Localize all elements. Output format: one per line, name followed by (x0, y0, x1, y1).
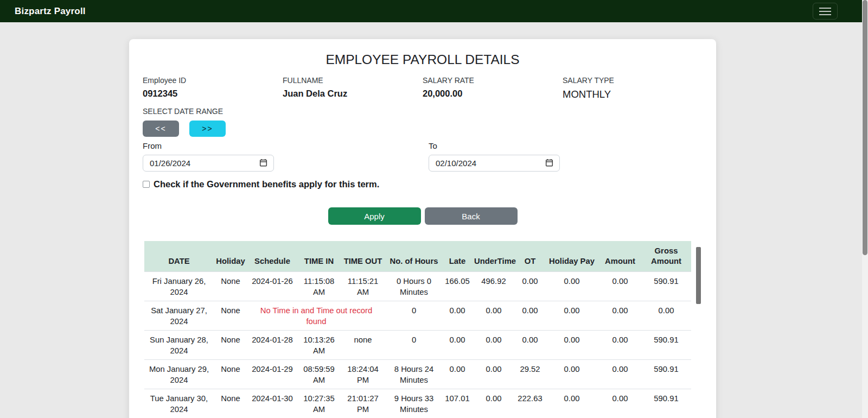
select-date-range-label: SELECT DATE RANGE (143, 107, 703, 116)
page-scrollbar-thumb[interactable] (863, 0, 867, 255)
cell-date: Sun January 28, 2024 (144, 331, 214, 360)
column-header-time-in: TIME IN (297, 241, 341, 272)
cell-holiday: None (214, 272, 247, 301)
hamburger-icon (819, 8, 831, 9)
salary-type-block: SALARY TYPE MONTHLY (563, 76, 703, 100)
cell-holiday_pay: 0.00 (545, 272, 599, 301)
cell-time_in: 11:15:08 AM (297, 272, 341, 301)
cell-time_out: 18:24:04 PM (341, 360, 385, 389)
cell-late: 0.00 (443, 360, 472, 389)
cell-ot: 222.63 (515, 389, 545, 418)
calendar-icon[interactable] (545, 159, 553, 168)
column-header-undertime: UnderTime (472, 241, 515, 272)
salary-type-value: MONTHLY (563, 88, 703, 100)
cell-date: Mon January 29, 2024 (144, 360, 214, 389)
cell-ot: 0.00 (515, 272, 545, 301)
next-range-button[interactable]: >> (189, 121, 226, 137)
table-row: Sun January 28, 2024None2024-01-2810:13:… (144, 331, 691, 360)
government-benefits-label: Check if the Government benefits apply f… (154, 179, 379, 189)
cell-ot: 29.52 (515, 360, 545, 389)
calendar-icon[interactable] (259, 159, 267, 168)
no-record-message: No Time in and Time out record found (247, 301, 385, 331)
cell-time_in: 10:27:35 AM (297, 389, 341, 418)
cell-undertime: 0.00 (472, 360, 515, 389)
cell-amount: 0.00 (599, 360, 641, 389)
column-header-holiday-pay: Holiday Pay (545, 241, 599, 272)
cell-undertime: 0.00 (472, 331, 515, 360)
column-header-time-out: TIME OUT (341, 241, 385, 272)
cell-time_in: 10:13:26 AM (297, 331, 341, 360)
cell-amount: 0.00 (599, 301, 641, 331)
cell-gross: 590.91 (641, 360, 691, 389)
column-header-schedule: Schedule (247, 241, 297, 272)
hamburger-icon (819, 14, 831, 15)
column-header-no-of-hours: No. of Hours (385, 241, 443, 272)
cell-hours: 0 (385, 301, 443, 331)
cell-late: 107.01 (443, 389, 472, 418)
cell-gross: 0.00 (641, 301, 691, 331)
payroll-table-container: DATEHolidayScheduleTIME INTIME OUTNo. of… (144, 241, 701, 418)
cell-undertime: 0.00 (472, 301, 515, 331)
cell-hours: 0 Hours 0 Minutes (385, 272, 443, 301)
column-header-holiday: Holiday (214, 241, 247, 272)
column-header-date: DATE (144, 241, 214, 272)
table-row: Tue January 30, 2024None2024-01-3010:27:… (144, 389, 691, 418)
salary-rate-value: 20,000.00 (423, 88, 563, 99)
cell-holiday: None (214, 331, 247, 360)
cell-schedule: 2024-01-26 (247, 272, 297, 301)
cell-ot: 0.00 (515, 331, 545, 360)
table-scrollbar-thumb[interactable] (696, 247, 701, 304)
payroll-table-body: Fri January 26, 2024None2024-01-2611:15:… (144, 272, 691, 418)
cell-gross: 590.91 (641, 272, 691, 301)
cell-holiday: None (214, 301, 247, 331)
from-date-value: 01/26/2024 (150, 159, 190, 168)
cell-time_out: 21:01:27 PM (341, 389, 385, 418)
table-row: Fri January 26, 2024None2024-01-2611:15:… (144, 272, 691, 301)
column-header-late: Late (443, 241, 472, 272)
salary-rate-label: SALARY RATE (423, 76, 563, 85)
cell-hours: 0 (385, 331, 443, 360)
cell-holiday_pay: 0.00 (545, 360, 599, 389)
cell-date: Tue January 30, 2024 (144, 389, 214, 418)
from-label: From (143, 141, 417, 150)
navbar: Bizpartz Payroll (0, 0, 868, 22)
cell-time_out: none (341, 331, 385, 360)
hamburger-icon (819, 11, 831, 12)
table-scrollbar[interactable] (696, 241, 701, 418)
employee-details: Employee ID 0912345 FULLNAME Juan Dela C… (143, 76, 703, 100)
back-button[interactable]: Back (425, 207, 518, 225)
cell-holiday: None (214, 360, 247, 389)
apply-button[interactable]: Apply (328, 207, 421, 225)
cell-time_out: 11:15:21 AM (341, 272, 385, 301)
cell-holiday_pay: 0.00 (545, 389, 599, 418)
cell-late: 166.05 (443, 272, 472, 301)
table-row: Sat January 27, 2024NoneNo Time in and T… (144, 301, 691, 331)
to-date-input[interactable]: 02/10/2024 (429, 155, 560, 172)
table-row: Mon January 29, 2024None2024-01-2908:59:… (144, 360, 691, 389)
payroll-table: DATEHolidayScheduleTIME INTIME OUTNo. of… (144, 241, 691, 418)
to-label: To (429, 141, 559, 150)
column-header-amount: Amount (599, 241, 641, 272)
cell-hours: 9 Hours 33 Minutes (385, 389, 443, 418)
column-header-gross-amount: Gross Amount (641, 241, 691, 272)
cell-amount: 0.00 (599, 272, 641, 301)
cell-date: Fri January 26, 2024 (144, 272, 214, 301)
payroll-details-card: EMPLOYEE PAYROLL DETAILS Employee ID 091… (129, 39, 716, 418)
cell-date: Sat January 27, 2024 (144, 301, 214, 331)
cell-hours: 8 Hours 24 Minutes (385, 360, 443, 389)
hamburger-menu-button[interactable] (813, 3, 838, 20)
government-benefits-checkbox[interactable] (143, 181, 150, 188)
cell-late: 0.00 (443, 331, 472, 360)
cell-holiday: None (214, 389, 247, 418)
cell-schedule: 2024-01-29 (247, 360, 297, 389)
page-scrollbar[interactable] (862, 0, 868, 418)
cell-undertime: 0.00 (472, 389, 515, 418)
from-date-input[interactable]: 01/26/2024 (143, 155, 274, 172)
cell-gross: 590.91 (641, 331, 691, 360)
salary-type-label: SALARY TYPE (563, 76, 703, 85)
cell-holiday_pay: 0.00 (545, 331, 599, 360)
cell-amount: 0.00 (599, 389, 641, 418)
cell-amount: 0.00 (599, 331, 641, 360)
cell-ot: 0.00 (515, 301, 545, 331)
prev-range-button[interactable]: << (143, 121, 179, 137)
